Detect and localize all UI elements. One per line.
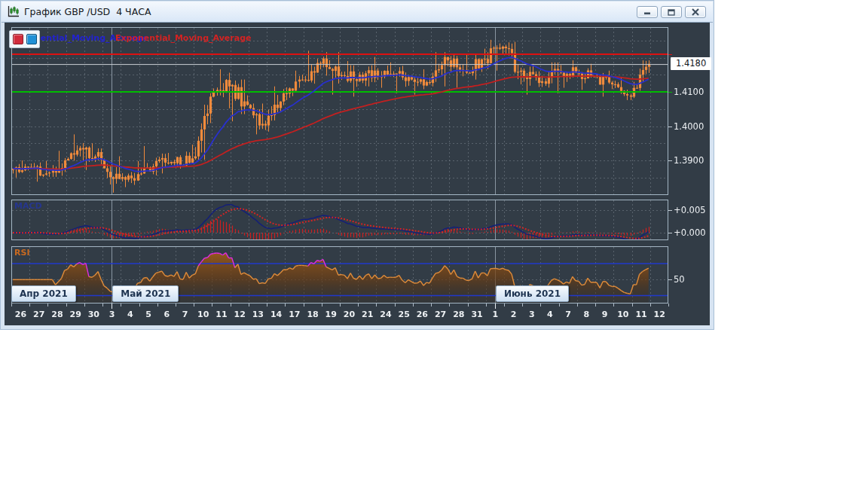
time-tick-label: 26	[413, 310, 432, 319]
time-tick-label: 21	[358, 310, 377, 319]
month-label: Июнь 2021	[496, 285, 569, 302]
time-tick-label: 1	[486, 310, 505, 319]
time-tick-label: 7	[559, 310, 578, 319]
time-tick-label: 31	[468, 310, 487, 319]
time-tick-label: 9	[595, 310, 614, 319]
time-tick-label: 14	[267, 310, 286, 319]
desktop-background: График GBP /USD 4 ЧАСА Expo	[0, 0, 868, 488]
rsi-tick-label: 50	[674, 274, 685, 285]
rsi-panel-label: RSI	[14, 248, 30, 258]
time-tick-label: 8	[577, 310, 596, 319]
time-tick-label: 5	[139, 310, 158, 319]
time-tick-label: 20	[340, 310, 359, 319]
time-tick-label: 10	[613, 310, 632, 319]
macd-panel-label: MACD	[14, 201, 42, 211]
time-tick-label: 6	[157, 310, 176, 319]
time-tick-label: 4	[121, 310, 139, 319]
month-label: Апр 2021	[11, 285, 76, 302]
window-titlebar[interactable]: График GBP /USD 4 ЧАСА	[2, 2, 713, 23]
time-tick-label: 3	[522, 310, 541, 319]
time-tick-label: 11	[632, 310, 651, 319]
chart-canvas[interactable]	[1, 1, 715, 331]
time-tick-label: 2	[504, 310, 523, 319]
macd-tick-label: +0.005	[674, 205, 706, 215]
time-tick-label: 12	[231, 310, 249, 319]
chart-window: График GBP /USD 4 ЧАСА Expo	[0, 0, 714, 330]
time-tick-label: 24	[376, 310, 395, 319]
time-tick-label: 4	[540, 310, 559, 319]
candlestick-chart-icon	[7, 5, 20, 18]
price-tick-label: 1.4100	[674, 87, 704, 97]
time-tick-label: 3	[102, 310, 121, 319]
time-tick-label: 19	[322, 310, 341, 319]
time-tick-label: 11	[212, 310, 231, 319]
time-tick-label: 12	[650, 310, 669, 319]
ma-red-toggle-button[interactable]	[13, 34, 23, 44]
time-tick-label: 29	[66, 310, 85, 319]
macd-tick-label: +0.000	[674, 227, 706, 238]
time-tick-label: 30	[84, 310, 103, 319]
close-button[interactable]	[685, 6, 706, 18]
restore-button[interactable]	[661, 6, 682, 18]
price-tick-label: 1.4000	[674, 121, 704, 132]
time-tick-label: 25	[395, 310, 414, 319]
time-tick-label: 13	[249, 310, 267, 319]
time-tick-label: 27	[431, 310, 450, 319]
time-tick-label: 26	[11, 310, 30, 319]
time-tick-label: 17	[285, 310, 304, 319]
window-controls	[637, 6, 706, 18]
time-tick-label: 18	[304, 310, 322, 319]
minimize-button[interactable]	[637, 6, 658, 18]
month-label: Май 2021	[112, 285, 179, 302]
time-tick-label: 10	[194, 310, 212, 319]
current-price-label: 1.4180	[671, 57, 711, 70]
ma-blue-toggle-button[interactable]	[26, 34, 37, 44]
price-tick-label: 1.3900	[674, 155, 704, 166]
time-tick-label: 28	[449, 310, 468, 319]
indicator-buttons-panel	[9, 30, 40, 48]
time-tick-label: 27	[29, 310, 48, 319]
time-tick-label: 7	[176, 310, 194, 319]
window-title: График GBP /USD 4 ЧАСА	[24, 2, 151, 22]
legend-ema-red: Exponential_Moving_Average	[115, 31, 251, 46]
time-tick-label: 28	[47, 310, 66, 319]
